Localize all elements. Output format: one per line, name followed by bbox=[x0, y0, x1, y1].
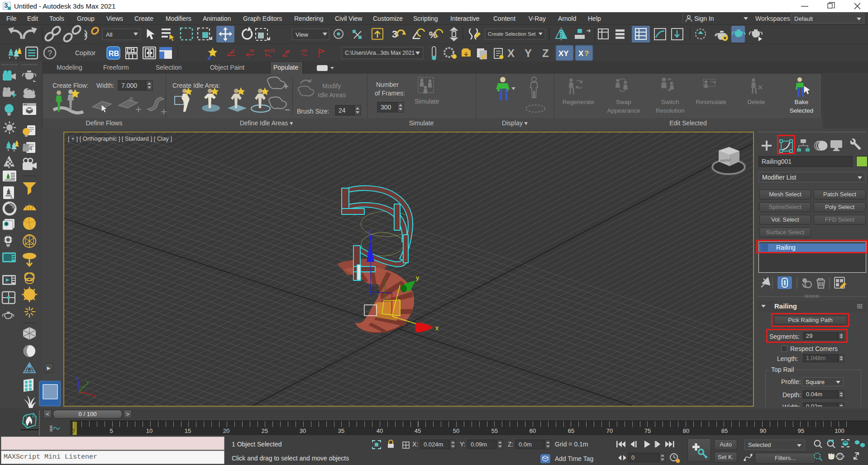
svg-text:Bake: Bake bbox=[795, 99, 809, 105]
svg-text:Simulate: Simulate bbox=[415, 98, 439, 105]
svg-text:Swap: Swap bbox=[616, 99, 631, 105]
svg-text:x: x bbox=[93, 393, 96, 399]
svg-text:Z: Z bbox=[542, 47, 549, 59]
svg-text:300: 300 bbox=[381, 104, 391, 111]
svg-text:Modify: Modify bbox=[322, 82, 341, 90]
svg-text:y: y bbox=[86, 380, 89, 385]
svg-text:Create Idle Area:: Create Idle Area: bbox=[172, 82, 220, 89]
svg-text:of Frames:: of Frames: bbox=[375, 90, 405, 97]
svg-text:Number: Number bbox=[376, 81, 399, 88]
svg-text:45: 45 bbox=[230, 50, 234, 55]
svg-text:Y: Y bbox=[525, 47, 532, 59]
svg-text:?: ? bbox=[48, 49, 52, 58]
svg-text:y: y bbox=[416, 274, 419, 281]
svg-text:Appearance: Appearance bbox=[607, 107, 640, 114]
svg-text:Copitor: Copitor bbox=[75, 49, 95, 57]
svg-text:Width:: Width: bbox=[96, 82, 114, 89]
svg-text:Create Flow:: Create Flow: bbox=[52, 82, 88, 89]
svg-text:Resolution: Resolution bbox=[656, 107, 685, 114]
svg-text:Resimulate: Resimulate bbox=[696, 99, 726, 105]
svg-text:Selected: Selected bbox=[790, 107, 814, 114]
svg-text:50: 50 bbox=[250, 48, 254, 53]
svg-text:C:\Users\Ara...3ds Max 2021: C:\Users\Ara...3ds Max 2021 bbox=[345, 50, 415, 56]
svg-text:XY: XY bbox=[558, 49, 569, 58]
svg-text:3: 3 bbox=[392, 28, 397, 40]
svg-text:Brush Size:: Brush Size: bbox=[297, 108, 329, 115]
svg-text:Regenerate: Regenerate bbox=[563, 99, 595, 105]
svg-text:RB: RB bbox=[109, 50, 119, 57]
svg-text:102: 102 bbox=[300, 48, 307, 53]
svg-text:24: 24 bbox=[339, 107, 346, 114]
svg-text:NOTE: NOTE bbox=[264, 48, 275, 53]
svg-text:Create Selection Set: Create Selection Set bbox=[488, 31, 536, 37]
svg-text:z: z bbox=[76, 375, 79, 380]
svg-text:7.000: 7.000 bbox=[121, 82, 137, 89]
svg-text:View: View bbox=[296, 31, 309, 38]
svg-text:z: z bbox=[368, 228, 372, 235]
svg-text:X: X bbox=[507, 47, 515, 59]
svg-text:Idle Areas: Idle Areas bbox=[318, 91, 346, 99]
svg-text:Switch: Switch bbox=[661, 99, 679, 105]
svg-text:45: 45 bbox=[285, 49, 290, 54]
svg-text:All: All bbox=[106, 31, 113, 38]
svg-text:x: x bbox=[435, 324, 439, 332]
svg-text:X: X bbox=[578, 49, 584, 58]
svg-text:?: ? bbox=[584, 49, 589, 58]
svg-text:Delete: Delete bbox=[747, 99, 765, 105]
